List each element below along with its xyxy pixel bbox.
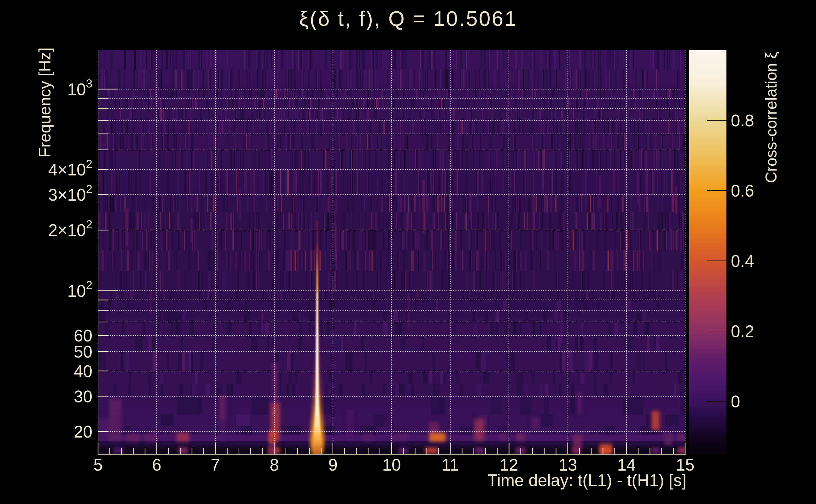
svg-text:4×102: 4×102 <box>48 157 92 179</box>
svg-text:3×102: 3×102 <box>48 183 92 204</box>
svg-text:Cross-correlation ξ: Cross-correlation ξ <box>762 52 780 183</box>
svg-text:0.4: 0.4 <box>731 252 754 270</box>
svg-text:5: 5 <box>93 455 102 474</box>
svg-text:6: 6 <box>152 455 161 474</box>
svg-text:9: 9 <box>328 455 337 474</box>
svg-text:60: 60 <box>74 326 92 345</box>
svg-text:0.8: 0.8 <box>731 111 754 130</box>
svg-text:0.2: 0.2 <box>731 322 754 341</box>
svg-text:40: 40 <box>74 362 92 381</box>
svg-text:Frequency [Hz]: Frequency [Hz] <box>36 48 54 157</box>
svg-text:0: 0 <box>731 392 740 411</box>
svg-text:ξ(δ t, f), Q = 10.5061: ξ(δ t, f), Q = 10.5061 <box>299 7 516 30</box>
svg-text:2×102: 2×102 <box>48 218 92 239</box>
svg-text:50: 50 <box>74 342 92 361</box>
svg-text:20: 20 <box>74 422 92 441</box>
svg-text:11: 11 <box>441 455 459 474</box>
svg-text:10: 10 <box>382 455 401 474</box>
svg-text:0.6: 0.6 <box>731 181 754 200</box>
svg-text:8: 8 <box>270 455 279 474</box>
svg-text:30: 30 <box>74 387 92 406</box>
svg-text:Time delay: t(L1) - t(H1) [s]: Time delay: t(L1) - t(H1) [s] <box>487 471 687 490</box>
svg-text:7: 7 <box>211 455 220 474</box>
